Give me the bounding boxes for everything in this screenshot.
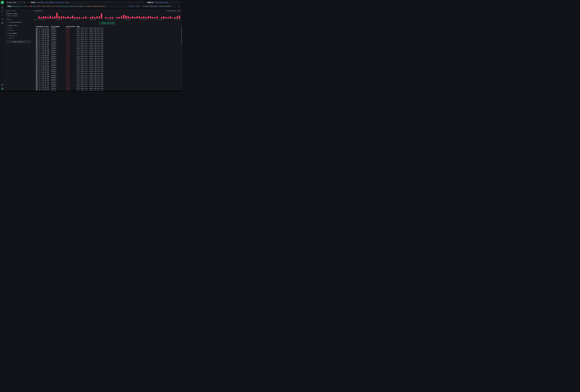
column-resize-handle[interactable]: ⋮	[75, 26, 76, 27]
select-query-input[interactable]: SELECT Timestamp, ServiceName, SeverityT…	[30, 1, 145, 4]
histogram-bar[interactable]	[150, 16, 151, 18]
histogram-bar[interactable]	[174, 17, 176, 18]
histogram-bar[interactable]	[137, 16, 138, 18]
app-logo-bolt-icon[interactable]: ⚡	[1, 1, 4, 4]
filter-option-checkbox[interactable]	[6, 27, 8, 29]
histogram-bar[interactable]	[132, 16, 134, 18]
expand-row-icon[interactable]: ›	[34, 58, 36, 59]
log-table-row[interactable]: ›Jun 11 1:54:09.906 PMpaymenterrorVisa c…	[34, 55, 180, 57]
histogram-bar[interactable]	[83, 17, 84, 18]
log-table-row[interactable]: ›Jun 11 1:56:42.995 PMpaymenterrorVisa c…	[34, 29, 180, 31]
histogram-bar[interactable]	[145, 17, 147, 18]
log-table-row[interactable]: ›Jun 11 1:53:10.922 PMpaymenterrorVisa c…	[34, 65, 180, 67]
more-filters-button[interactable]: More filters	[6, 40, 31, 43]
histogram-bar[interactable]	[163, 16, 164, 18]
histogram-bar[interactable]	[74, 17, 76, 18]
histogram-bar[interactable]	[50, 16, 51, 18]
log-table-row[interactable]: ›Jun 11 1:54:43.948 PMpaymenterrorVisa c…	[34, 50, 180, 52]
histogram-bar[interactable]	[61, 16, 62, 18]
log-table-row[interactable]: ›Jun 11 1:51:43.121 PMpaymenterrorVisa c…	[34, 86, 180, 87]
histogram-bar[interactable]	[70, 17, 71, 18]
histogram-bar[interactable]	[94, 17, 96, 18]
log-table-row[interactable]: ›Jun 11 1:56:38.534 PMpaymenterrorVisa c…	[34, 31, 180, 33]
expand-row-icon[interactable]: ›	[34, 67, 36, 68]
expand-row-icon[interactable]: ›	[34, 37, 36, 38]
time-range-picker[interactable]: Jun 11 13:41:52 - Jun 11 13:56:52	[142, 5, 176, 8]
histogram-bar[interactable]	[107, 18, 109, 18]
header-timestamp[interactable]: Timestamp (Local)⋮	[36, 26, 51, 27]
header-body[interactable]: Body	[77, 26, 179, 27]
histogram-bar[interactable]	[141, 17, 142, 18]
expand-row-icon[interactable]: ›	[34, 75, 36, 76]
histogram-bar[interactable]	[110, 17, 111, 18]
log-table-row[interactable]: ›Jun 11 1:52:19.473 PMpaymenterrorVisa c…	[34, 78, 180, 80]
histogram-bar[interactable]	[123, 15, 125, 18]
histogram-bar[interactable]	[90, 17, 91, 18]
histogram-bar[interactable]	[143, 16, 145, 18]
histogram-bar[interactable]	[156, 16, 158, 18]
histogram-bar[interactable]	[54, 16, 55, 18]
histogram-bar[interactable]	[41, 17, 42, 18]
gear-icon[interactable]: ⚙	[27, 1, 28, 3]
expand-row-icon[interactable]: ›	[34, 29, 36, 30]
expand-row-icon[interactable]: ›	[34, 41, 36, 42]
expand-row-icon[interactable]: ›	[34, 61, 36, 63]
histogram-bar[interactable]	[134, 17, 136, 18]
histogram-bar[interactable]	[72, 16, 73, 18]
log-table-row[interactable]: ›Jun 11 1:52:35.232 PMpaymenterrorVisa c…	[34, 72, 180, 74]
histogram-bar[interactable]	[170, 16, 171, 18]
histogram-bar[interactable]	[139, 16, 140, 18]
expand-row-icon[interactable]: ›	[34, 35, 36, 36]
denoise-checkbox[interactable]	[6, 22, 8, 23]
expand-row-icon[interactable]: ›	[34, 88, 36, 89]
expand-row-icon[interactable]: ›	[34, 65, 36, 66]
histogram-bar[interactable]	[152, 17, 153, 18]
histogram-bar[interactable]	[165, 17, 167, 18]
log-table-row[interactable]: ›Jun 11 1:53:05.578 PMpaymenterrorVisa c…	[34, 67, 180, 69]
expand-row-icon[interactable]: ›	[34, 52, 36, 53]
histogram-bar[interactable]	[99, 16, 100, 18]
expand-row-icon[interactable]: ›	[34, 76, 36, 78]
expand-row-icon[interactable]: ›	[34, 54, 36, 55]
load-more-servicename[interactable]: Load more	[6, 37, 31, 39]
scrollbar-thumb[interactable]	[181, 26, 182, 45]
vertical-scrollbar[interactable]	[181, 26, 182, 91]
expand-row-icon[interactable]: ›	[34, 46, 36, 48]
column-resize-handle[interactable]: ⋮	[50, 26, 51, 27]
log-table-row[interactable]: ›Jun 11 1:52:51.824 PMpaymenterrorVisa c…	[34, 71, 180, 72]
histogram-bar[interactable]	[38, 16, 40, 18]
histogram-bar[interactable]	[161, 17, 162, 18]
help-button[interactable]: ?	[1, 84, 3, 86]
histogram-bar[interactable]	[168, 17, 169, 18]
log-table-row[interactable]: ›Jun 11 1:52:02.581 PMpaymenterrorVisa c…	[34, 80, 180, 82]
histogram-bar[interactable]	[79, 17, 80, 18]
histogram-bar[interactable]	[179, 16, 180, 18]
expand-row-icon[interactable]: ›	[34, 48, 36, 49]
histogram-bar[interactable]	[176, 16, 178, 18]
histogram-bar[interactable]	[96, 16, 98, 18]
run-query-button[interactable]: ▷	[177, 5, 180, 8]
search-panel-icon[interactable]	[1, 6, 3, 9]
histogram-bar[interactable]	[116, 17, 118, 18]
histogram-bar[interactable]	[63, 16, 64, 18]
mode-event-patterns[interactable]: Event Patterns	[6, 15, 31, 17]
histogram-bar[interactable]	[119, 17, 120, 18]
resume-live-tail-button[interactable]: ⚡ Resume Live Tail	[99, 22, 115, 24]
expand-row-icon[interactable]: ›	[34, 56, 36, 57]
log-table-row[interactable]: ›Jun 11 1:53:41.873 PMpaymenterrorVisa c…	[34, 59, 180, 61]
histogram-bar[interactable]	[154, 17, 155, 18]
column-resize-handle[interactable]: ⋮	[64, 26, 66, 27]
log-list-icon[interactable]	[1, 10, 3, 12]
log-table-row[interactable]: ›Jun 11 1:55:39.324 PMpaymenterrorVisa c…	[34, 42, 180, 44]
expand-row-icon[interactable]: ›	[34, 78, 36, 80]
histogram-bar[interactable]	[65, 17, 67, 18]
expand-row-icon[interactable]: ›	[34, 82, 36, 83]
log-table-row[interactable]: ›Jun 11 1:51:47.229 PMpaymenterrorVisa c…	[34, 84, 180, 86]
horizontal-scrollbar[interactable]	[0, 91, 182, 92]
log-table-row[interactable]: ›Jun 11 1:56:08.948 PMpaymenterrorVisa c…	[34, 35, 180, 36]
where-query-input[interactable]: WHERESeverityText = 'error' AND Body ILI…	[6, 5, 141, 8]
log-table-row[interactable]: ›Jun 11 1:51:57.712 PMpaymenterrorVisa c…	[34, 82, 180, 84]
source-select[interactable]: Demo Logs	[6, 1, 26, 4]
user-avatar[interactable]: U	[1, 87, 3, 90]
table-options-icon[interactable]: ⋮	[179, 26, 180, 27]
